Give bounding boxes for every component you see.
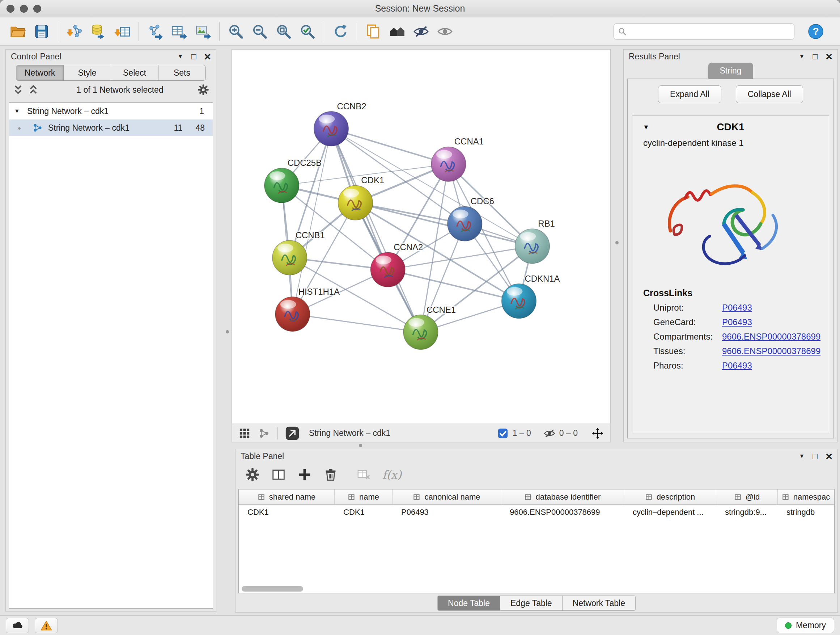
export-table-button[interactable] (167, 20, 191, 43)
vertical-splitter-handle[interactable] (226, 330, 229, 333)
memory-button[interactable]: Memory (777, 618, 834, 633)
crosslink-link[interactable]: P06493 (722, 317, 752, 327)
network-node-HIST1H1A[interactable] (275, 297, 310, 332)
warnings-button[interactable] (35, 618, 58, 633)
show-all-button[interactable] (433, 20, 457, 43)
panel-menu-icon[interactable]: ▼ (799, 54, 805, 59)
horizontal-scrollbar[interactable] (240, 585, 833, 592)
network-node-CCNA2[interactable] (370, 252, 405, 287)
network-edge[interactable] (331, 129, 448, 165)
export-network-button[interactable] (143, 20, 167, 43)
network-edge[interactable] (293, 314, 421, 333)
network-edge[interactable] (388, 270, 519, 301)
show-columns-icon[interactable] (271, 467, 286, 482)
crosslink-link[interactable]: 9606.ENSP00000378699 (722, 332, 821, 342)
crosslink-link[interactable]: 9606.ENSP00000378699 (722, 346, 821, 356)
tab-select[interactable]: Select (111, 65, 158, 80)
network-collection-row[interactable]: ▼ String Network – cdk1 1 (9, 103, 213, 119)
column-header-id[interactable]: @id (716, 489, 778, 504)
refresh-button[interactable] (328, 20, 352, 43)
import-network-database-button[interactable] (87, 20, 111, 43)
help-button[interactable]: ? (804, 20, 828, 43)
network-node-CCNB2[interactable] (314, 111, 349, 146)
crosslink-link[interactable]: P06493 (722, 361, 752, 371)
network-node-CCNE1[interactable] (403, 315, 438, 350)
pan-move-icon[interactable] (592, 427, 604, 440)
tree-expander-icon[interactable]: ▼ (14, 108, 27, 114)
expand-all-icon[interactable] (27, 84, 39, 96)
copy-document-button[interactable] (362, 20, 385, 43)
search-input[interactable] (614, 23, 794, 40)
panel-close-icon[interactable]: × (826, 51, 832, 62)
delete-column-trash-icon[interactable] (323, 467, 338, 482)
horizontal-scrollbar-thumb[interactable] (242, 586, 303, 592)
export-image-button[interactable] (191, 20, 215, 43)
network-node-RB1[interactable] (515, 229, 549, 264)
home-button[interactable] (385, 20, 409, 43)
column-header-namespace[interactable]: namespac (778, 489, 834, 504)
panel-close-icon[interactable]: × (204, 51, 211, 62)
cell-shared-name[interactable]: CDK1 (239, 505, 335, 520)
cell-namespace[interactable]: stringdb (778, 505, 834, 520)
column-header-name[interactable]: name (335, 489, 393, 504)
tab-node-table[interactable]: Node Table (438, 596, 500, 610)
tab-string[interactable]: String (708, 63, 753, 79)
column-header-shared-name[interactable]: shared name (239, 489, 335, 504)
tab-sets[interactable]: Sets (158, 65, 205, 80)
cloud-status-button[interactable] (6, 618, 29, 633)
network-node-CDC25B[interactable] (264, 168, 299, 203)
panel-float-icon[interactable]: □ (191, 52, 196, 61)
cell-description[interactable]: cyclin–dependent ... (624, 505, 716, 520)
import-network-file-button[interactable] (63, 20, 87, 43)
save-session-button[interactable] (30, 20, 54, 43)
gene-expander-icon[interactable]: ▼ (632, 124, 660, 131)
table-row[interactable]: CDK1 CDK1 P06493 9606.ENSP00000378699 cy… (239, 505, 834, 520)
zoom-fit-button[interactable] (272, 20, 295, 43)
horizontal-splitter-handle[interactable] (359, 444, 362, 447)
detach-view-button[interactable] (285, 426, 300, 440)
network-node-CDK1[interactable] (338, 185, 373, 220)
import-table-button[interactable] (111, 20, 134, 43)
network-node-CCNA1[interactable] (431, 147, 466, 181)
network-node-CCNB1[interactable] (272, 241, 307, 275)
panel-menu-icon[interactable]: ▼ (178, 54, 183, 59)
cell-database-identifier[interactable]: 9606.ENSP00000378699 (501, 505, 624, 520)
cell-name[interactable]: CDK1 (335, 505, 393, 520)
crosslink-link[interactable]: P06493 (722, 302, 752, 313)
network-canvas[interactable]: CCNB2CCNA1CDC25BCDK1CDC6RB1CCNB1CCNA2CDK… (232, 50, 610, 424)
selected-checkbox-icon[interactable] (497, 427, 509, 440)
network-node-CDKN1A[interactable] (502, 284, 537, 318)
collapse-all-button[interactable]: Collapse All (736, 86, 803, 103)
table-settings-gear-icon[interactable] (245, 467, 260, 482)
zoom-in-button[interactable] (224, 20, 248, 43)
zoom-selected-button[interactable] (295, 20, 319, 43)
network-row-selected[interactable]: ● String Network – cdk1 11 48 (9, 119, 213, 136)
add-column-icon[interactable] (297, 467, 312, 482)
cell-canonical-name[interactable]: P06493 (393, 505, 501, 520)
panel-menu-icon[interactable]: ▼ (799, 453, 805, 459)
open-session-button[interactable] (6, 20, 30, 43)
cell-id[interactable]: stringdb:9... (716, 505, 778, 520)
zoom-out-button[interactable] (248, 20, 272, 43)
column-header-description[interactable]: description (624, 489, 716, 504)
panel-close-icon[interactable]: × (826, 450, 832, 462)
results-splitter-handle[interactable] (615, 241, 619, 244)
expand-all-button[interactable]: Expand All (658, 86, 722, 103)
network-node-CDC6[interactable] (447, 206, 482, 241)
tab-edge-table[interactable]: Edge Table (500, 596, 562, 610)
tab-network-table[interactable]: Network Table (562, 596, 635, 610)
gear-icon[interactable] (197, 84, 210, 96)
tab-network[interactable]: Network (16, 65, 64, 80)
panel-float-icon[interactable]: □ (813, 452, 818, 461)
panel-float-icon[interactable]: □ (813, 52, 818, 61)
collapse-all-icon[interactable] (12, 84, 24, 96)
hidden-eye-slash-icon[interactable] (543, 427, 556, 440)
column-header-database-identifier[interactable]: database identifier (501, 489, 624, 504)
column-header-canonical-name[interactable]: canonical name (393, 489, 501, 504)
grid-view-icon[interactable] (238, 427, 251, 440)
network-edge[interactable] (331, 129, 421, 333)
hide-selected-button[interactable] (409, 20, 433, 43)
network-overview-icon[interactable] (258, 427, 270, 440)
tab-style[interactable]: Style (64, 65, 111, 80)
gene-symbol: CDK1 (660, 121, 801, 133)
